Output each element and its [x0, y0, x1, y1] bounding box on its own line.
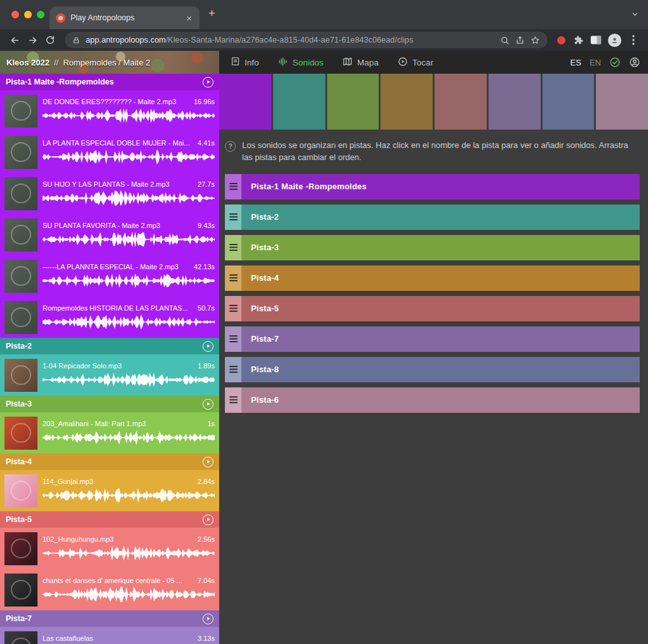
- clip-waveform[interactable]: [43, 545, 215, 561]
- palette-swatch[interactable]: [435, 74, 487, 130]
- palette-swatch[interactable]: [381, 74, 433, 130]
- drag-handle-icon[interactable]: [225, 326, 241, 352]
- track-play-button[interactable]: [203, 614, 213, 624]
- palette-row: [219, 74, 648, 130]
- clip-waveform[interactable]: [43, 586, 215, 603]
- clip-body: 102_Hunguhungu.mp32.56s: [43, 535, 215, 561]
- side-panel-icon[interactable]: [588, 32, 604, 48]
- profile-avatar[interactable]: [608, 34, 621, 47]
- track-row[interactable]: Pista-7: [225, 326, 640, 352]
- clip-duration: 1s: [207, 420, 215, 427]
- sidebar-track-header[interactable]: Pista-3: [0, 396, 219, 412]
- map-icon: [342, 57, 353, 69]
- tab-search-chevron-icon[interactable]: [631, 10, 639, 18]
- browser-tab[interactable]: Play Antropoloops ×: [50, 6, 199, 29]
- bookmark-star-icon[interactable]: [530, 36, 540, 45]
- nav-mapa[interactable]: Mapa: [342, 57, 379, 69]
- zoom-icon[interactable]: [500, 36, 510, 45]
- clip-row[interactable]: SU PLANTA FAVORITA - Maite 2.mp39.43s: [0, 214, 219, 255]
- track-row[interactable]: Pista-8: [225, 357, 640, 382]
- drag-handle-icon[interactable]: [225, 296, 241, 321]
- tab-close-icon[interactable]: ×: [185, 13, 193, 23]
- track-row[interactable]: Pista-2: [225, 205, 640, 230]
- clip-waveform[interactable]: [43, 487, 215, 504]
- sidebar-track-header[interactable]: Pista-7: [0, 610, 219, 627]
- palette-swatch[interactable]: [219, 74, 271, 130]
- clip-waveform[interactable]: [43, 231, 215, 248]
- clip-waveform[interactable]: [43, 429, 215, 446]
- drag-handle-icon[interactable]: [225, 387, 241, 413]
- sidebar-track-header[interactable]: Pista-5: [0, 511, 219, 528]
- account-icon[interactable]: [629, 57, 640, 68]
- clip-name: 1-04 Repicador Solo.mp3: [43, 362, 197, 370]
- fullscreen-window-button[interactable]: [37, 11, 44, 18]
- drag-handle-icon[interactable]: [225, 174, 241, 199]
- track-row[interactable]: Pista-1 Maite -Rompemoldes: [225, 174, 640, 199]
- breadcrumb-project[interactable]: Kleos 2022: [6, 58, 50, 67]
- sidebar-track-header[interactable]: Pista-4: [0, 453, 219, 470]
- track-row[interactable]: Pista-3: [225, 235, 640, 260]
- track-play-button[interactable]: [203, 341, 213, 352]
- nav-sonidos[interactable]: Sonidos: [278, 57, 324, 69]
- reload-icon[interactable]: [42, 32, 58, 48]
- clip-thumbnail: [4, 136, 37, 169]
- clip-row[interactable]: SU HIJO Y LAS PLANTAS - Maite 2.mp327.7s: [0, 173, 219, 214]
- clip-row[interactable]: Las castañuelas3.13s: [0, 627, 219, 644]
- clip-thumbnail: [4, 417, 37, 450]
- track-play-button[interactable]: [203, 514, 213, 525]
- track-play-button[interactable]: [203, 77, 213, 88]
- clip-row[interactable]: LA PLANTA ESPECIAL DOBLE MUJER - Mai...4…: [0, 131, 219, 173]
- track-row[interactable]: Pista-4: [225, 265, 640, 291]
- clip-row[interactable]: 102_Hunguhungu.mp32.56s: [0, 528, 219, 569]
- clip-row[interactable]: 203_Amalihani - Mali: Part 1.mp31s: [0, 412, 219, 453]
- clip-waveform[interactable]: [43, 107, 215, 124]
- clip-waveform[interactable]: [43, 372, 215, 388]
- palette-swatch[interactable]: [489, 74, 541, 130]
- sidebar-track-header[interactable]: Pista-1 Maite -Rompemoldes: [0, 74, 219, 90]
- sidebar-track-name: Pista-7: [6, 614, 203, 623]
- clip-row[interactable]: Rompemoldes HISTORIA DE LAS PLANTAS...50…: [0, 297, 219, 338]
- clip-waveform[interactable]: [43, 314, 215, 330]
- palette-swatch[interactable]: [273, 74, 325, 130]
- drag-handle-icon[interactable]: [225, 235, 241, 260]
- clip-row[interactable]: 114_Gunjai.mp32.84s: [0, 470, 219, 511]
- new-tab-button[interactable]: +: [208, 7, 215, 19]
- track-play-button[interactable]: [203, 399, 213, 410]
- track-row[interactable]: Pista-5: [225, 296, 640, 321]
- lang-en[interactable]: EN: [590, 58, 601, 67]
- loop-ring-icon: [11, 184, 30, 203]
- nav-info[interactable]: Info: [231, 57, 259, 68]
- sidebar-track-header[interactable]: Pista-2: [0, 338, 219, 354]
- palette-swatch[interactable]: [596, 74, 648, 130]
- track-row[interactable]: Pista-6: [225, 387, 640, 413]
- drag-handle-icon[interactable]: [225, 357, 241, 382]
- drag-handle-icon[interactable]: [225, 265, 241, 291]
- browser-menu-kebab-icon[interactable]: [625, 32, 642, 48]
- recording-extension-icon[interactable]: [557, 36, 565, 44]
- palette-swatch[interactable]: [543, 74, 595, 130]
- clip-row[interactable]: ------LA PLANNTA ESPECIAL - Maite 2.mp34…: [0, 255, 219, 297]
- clip-thumbnail: [4, 631, 37, 644]
- close-window-button[interactable]: [11, 11, 19, 18]
- clip-row[interactable]: DE DONDE ERES???????? - Maite 2.mp316.96…: [0, 90, 219, 131]
- back-icon[interactable]: [6, 32, 23, 48]
- clip-row[interactable]: chants et danses d' amerique centrale - …: [0, 569, 219, 610]
- clip-row[interactable]: 1-04 Repicador Solo.mp31.89s: [0, 354, 219, 396]
- minimize-window-button[interactable]: [24, 11, 32, 18]
- address-bar[interactable]: app.antropoloops.com/Kleos-Santa-Marina/…: [65, 32, 548, 48]
- drag-handle-icon[interactable]: [225, 205, 241, 230]
- clip-waveform[interactable]: [43, 190, 215, 206]
- clip-waveform[interactable]: [43, 149, 215, 165]
- track-play-button[interactable]: [203, 457, 213, 467]
- forward-icon[interactable]: [24, 32, 41, 48]
- url-text[interactable]: app.antropoloops.com/Kleos-Santa-Marina/…: [86, 36, 494, 44]
- clip-waveform[interactable]: [43, 272, 215, 289]
- play-icon: [398, 57, 408, 69]
- extensions-puzzle-icon[interactable]: [570, 32, 586, 48]
- share-icon[interactable]: [515, 36, 525, 45]
- palette-swatch[interactable]: [327, 74, 379, 130]
- lang-es[interactable]: ES: [570, 58, 581, 67]
- clip-name: 203_Amalihani - Mali: Part 1.mp3: [43, 420, 206, 427]
- nav-tocar[interactable]: Tocar: [398, 57, 433, 69]
- status-check-icon[interactable]: [609, 57, 621, 68]
